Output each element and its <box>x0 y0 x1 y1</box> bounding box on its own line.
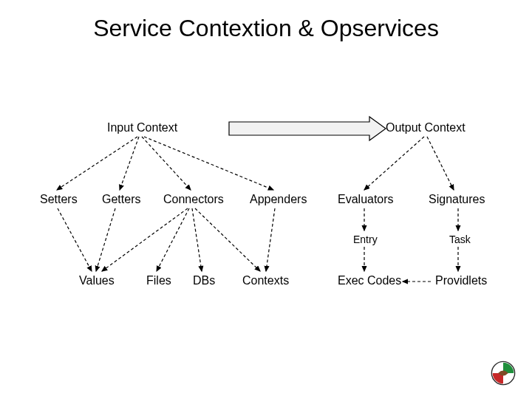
label-appenders: Appenders <box>250 193 307 206</box>
label-evaluators: Evaluators <box>338 193 394 206</box>
page-title: Service Contextion & Opservices <box>0 15 532 42</box>
label-service: Service <box>233 121 273 134</box>
label-exec-codes: Exec Codes <box>338 274 401 287</box>
label-signatures: Signatures <box>429 193 485 206</box>
svg-line-4 <box>364 137 424 190</box>
label-connectors: Connectors <box>163 193 224 206</box>
svg-line-2 <box>142 137 191 190</box>
svg-line-9 <box>157 208 189 271</box>
svg-line-11 <box>195 208 260 271</box>
label-providlets: Providlets <box>435 274 487 287</box>
svg-line-8 <box>102 208 188 271</box>
label-getters: Getters <box>102 193 140 206</box>
svg-line-12 <box>266 208 275 271</box>
svg-line-3 <box>144 137 273 190</box>
label-contextion: Contextion <box>286 121 343 134</box>
label-entry: Entry <box>353 233 378 245</box>
label-input-context: Input Context <box>107 121 177 134</box>
label-task: Task <box>449 233 471 245</box>
svg-line-6 <box>58 208 92 271</box>
svg-line-0 <box>57 137 137 190</box>
svg-line-7 <box>96 208 115 271</box>
label-contexts: Contexts <box>242 274 289 287</box>
brand-logo-icon <box>491 361 516 386</box>
svg-line-10 <box>192 208 202 271</box>
label-values: Values <box>79 274 115 287</box>
label-files: Files <box>146 274 171 287</box>
label-setters: Setters <box>40 193 78 206</box>
svg-line-5 <box>427 137 454 190</box>
svg-line-1 <box>120 137 139 190</box>
label-dbs: DBs <box>193 274 215 287</box>
label-output-context: Output Context <box>386 121 466 134</box>
